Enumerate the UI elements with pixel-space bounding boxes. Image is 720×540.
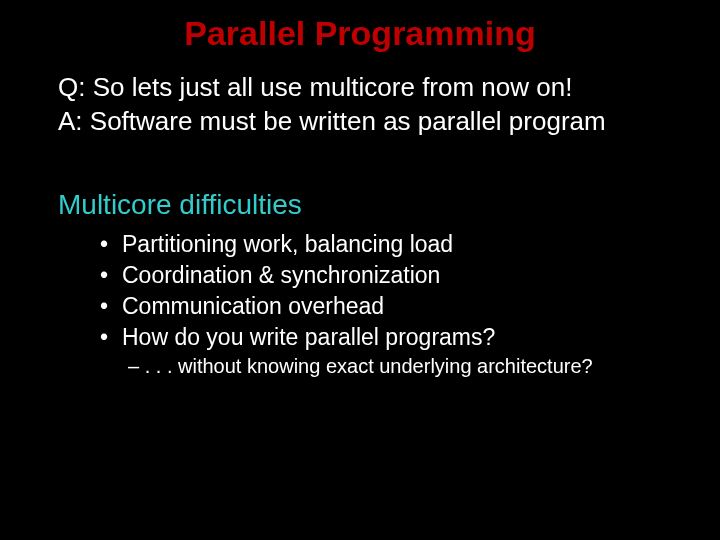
bullet-text: Communication overhead xyxy=(122,293,384,319)
question-line: Q: So lets just all use multicore from n… xyxy=(58,71,720,105)
bullet-text: Coordination & synchronization xyxy=(122,262,440,288)
qa-block: Q: So lets just all use multicore from n… xyxy=(58,71,720,139)
list-item: How do you write parallel programs? xyxy=(100,322,720,353)
bullet-list: Partitioning work, balancing load Coordi… xyxy=(100,229,720,353)
list-item: Communication overhead xyxy=(100,291,720,322)
slide: Parallel Programming Q: So lets just all… xyxy=(0,0,720,540)
list-item: Coordination & synchronization xyxy=(100,260,720,291)
section-heading: Multicore difficulties xyxy=(58,189,720,221)
slide-title: Parallel Programming xyxy=(0,0,720,53)
bullet-text: Partitioning work, balancing load xyxy=(122,231,453,257)
list-item: Partitioning work, balancing load xyxy=(100,229,720,260)
answer-line: A: Software must be written as parallel … xyxy=(58,105,720,139)
sub-bullet: – . . . without knowing exact underlying… xyxy=(128,355,720,378)
bullet-text: How do you write parallel programs? xyxy=(122,324,495,350)
